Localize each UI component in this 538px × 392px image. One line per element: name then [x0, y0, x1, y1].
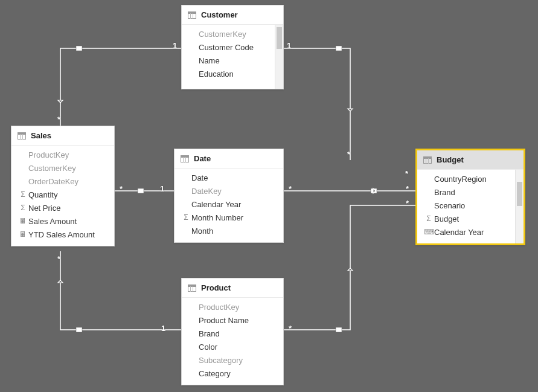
svg-marker-8 [58, 280, 63, 283]
table-title: Budget [437, 155, 464, 164]
field-row[interactable]: Date [175, 171, 283, 184]
table-budget[interactable]: Budget CountryRegion Brand Scenario ΣBud… [415, 149, 525, 245]
cardinality-many: * [405, 169, 408, 178]
field-row[interactable]: ProductKey [11, 148, 114, 161]
field-row[interactable]: Month [175, 224, 283, 237]
field-row[interactable]: ΣBudget [417, 212, 524, 225]
field-list: Date DateKey Calendar Year ΣMonth Number… [175, 169, 283, 242]
table-icon [18, 132, 26, 140]
field-row[interactable]: Product Name [182, 313, 283, 327]
svg-marker-6 [373, 188, 376, 193]
field-row[interactable]: Name [182, 54, 283, 67]
svg-marker-10 [348, 268, 353, 271]
cardinality-many: * [347, 150, 350, 159]
field-list: ProductKey CustomerKey OrderDateKey ΣQua… [11, 146, 114, 246]
table-icon [188, 11, 196, 19]
table-icon [181, 155, 189, 162]
table-title: Sales [31, 131, 51, 140]
field-row[interactable]: Calendar Year [175, 198, 283, 211]
field-row[interactable]: ΣMonth Number [175, 211, 283, 224]
field-list: ProductKey Product Name Brand Color Subc… [182, 298, 283, 385]
field-row[interactable]: ProductKey [182, 300, 283, 313]
table-title: Date [194, 154, 211, 163]
field-row[interactable]: Customer Code [182, 40, 283, 54]
table-header[interactable]: Budget [417, 150, 524, 170]
cardinality-many: * [57, 254, 60, 263]
field-list: CountryRegion Brand Scenario ΣBudget ⌨Ca… [417, 170, 524, 243]
cardinality-many: * [57, 115, 60, 124]
scrollbar-thumb[interactable] [517, 182, 522, 206]
table-header[interactable]: Product [182, 278, 283, 298]
field-row[interactable]: ⌨Calendar Year [417, 225, 524, 239]
field-row[interactable]: ΣQuantity [11, 188, 114, 201]
cardinality-many: * [289, 184, 292, 193]
scrollbar[interactable] [275, 25, 283, 89]
scrollbar[interactable] [515, 170, 524, 243]
field-list: CustomerKey Customer Code Name Education [182, 25, 283, 89]
svg-marker-1 [58, 100, 63, 103]
cardinality-one: 1 [173, 41, 177, 50]
table-header[interactable]: Date [175, 149, 283, 169]
sigma-icon: Σ [18, 190, 28, 199]
cardinality-one: 1 [160, 184, 164, 193]
field-row[interactable]: DateKey [175, 184, 283, 198]
table-icon [423, 156, 432, 164]
calc-icon: 🖩 [18, 230, 28, 239]
cardinality-many: * [406, 184, 409, 193]
datecol-icon: ⌨ [423, 228, 434, 236]
svg-rect-5 [371, 188, 377, 193]
field-row[interactable]: Category [182, 367, 283, 380]
table-title: Customer [201, 10, 238, 19]
cardinality-many: * [289, 324, 292, 333]
scrollbar-thumb[interactable] [277, 27, 282, 49]
calc-icon: 🖩 [18, 217, 28, 225]
table-header[interactable]: Customer [182, 5, 283, 25]
field-row[interactable]: Brand [182, 327, 283, 340]
cardinality-many: * [120, 184, 123, 193]
field-row[interactable]: Color [182, 340, 283, 353]
field-row[interactable]: CustomerKey [182, 27, 283, 40]
field-row[interactable]: Education [182, 67, 283, 80]
sigma-icon: Σ [423, 214, 434, 223]
field-row[interactable]: 🖩Sales Amount [11, 214, 114, 228]
field-row[interactable]: Subcategory [182, 353, 283, 367]
table-customer[interactable]: Customer CustomerKey Customer Code Name … [181, 5, 284, 89]
sigma-icon: Σ [181, 213, 191, 222]
field-row[interactable]: CountryRegion [417, 172, 524, 185]
table-date[interactable]: Date Date DateKey Calendar Year ΣMonth N… [174, 149, 284, 243]
cardinality-one: 1 [287, 41, 291, 50]
cardinality-one: 1 [161, 324, 165, 333]
field-row[interactable]: OrderDateKey [11, 175, 114, 188]
table-product[interactable]: Product ProductKey Product Name Brand Co… [181, 278, 284, 385]
svg-rect-0 [76, 46, 82, 51]
sigma-icon: Σ [18, 204, 28, 212]
table-title: Product [201, 283, 231, 292]
svg-rect-9 [336, 327, 342, 332]
svg-marker-3 [348, 109, 353, 111]
svg-rect-2 [336, 46, 342, 51]
cardinality-many: * [406, 199, 409, 208]
table-sales[interactable]: Sales ProductKey CustomerKey OrderDateKe… [11, 126, 115, 246]
field-row[interactable]: Scenario [417, 199, 524, 212]
field-row[interactable]: ΣNet Price [11, 201, 114, 214]
field-row[interactable]: Brand [417, 185, 524, 199]
field-row[interactable]: 🖩YTD Sales Amount [11, 228, 114, 241]
table-icon [188, 284, 196, 292]
svg-rect-4 [138, 188, 144, 193]
table-header[interactable]: Sales [11, 126, 114, 146]
field-row[interactable]: CustomerKey [11, 161, 114, 175]
svg-rect-7 [76, 327, 82, 332]
